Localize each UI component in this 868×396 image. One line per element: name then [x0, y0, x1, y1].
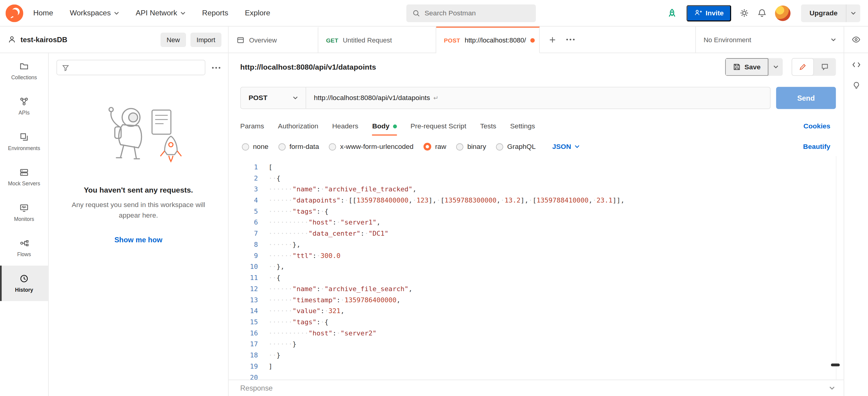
code-line[interactable]: 6··········"host":·"server1",: [228, 217, 844, 228]
nav-workspaces[interactable]: Workspaces: [70, 9, 119, 17]
code-line[interactable]: 1[: [228, 162, 844, 173]
code-line[interactable]: 11··{: [228, 272, 844, 283]
notifications-bell-icon[interactable]: [757, 8, 767, 18]
code-line[interactable]: 12······"name":·"archive_file_search",: [228, 283, 844, 294]
code-line[interactable]: 17······}: [228, 339, 844, 350]
language-select[interactable]: JSON: [552, 143, 580, 151]
code-line[interactable]: 3······"name":·"archive_file_tracked",: [228, 184, 844, 195]
method-select[interactable]: POST: [241, 88, 306, 108]
code-line[interactable]: 10··},: [228, 261, 844, 272]
lightbulb-icon[interactable]: [852, 81, 861, 90]
tab-params[interactable]: Params: [240, 115, 264, 137]
radio-icon: [329, 143, 336, 151]
history-filter-input[interactable]: [56, 60, 205, 75]
chevron-down-icon: [575, 145, 580, 148]
tab-headers[interactable]: Headers: [332, 115, 359, 137]
edit-pencil-button[interactable]: [792, 58, 814, 76]
history-more-icon[interactable]: [211, 65, 222, 70]
nav-home[interactable]: Home: [33, 9, 53, 17]
sidebar-item-apis[interactable]: APIs: [0, 89, 48, 124]
workspace-switcher[interactable]: test-kairosDB: [8, 36, 67, 44]
agent-status-icon[interactable]: [666, 7, 678, 19]
line-number: 9: [228, 250, 258, 261]
cookies-link[interactable]: Cookies: [804, 122, 830, 130]
code-snippet-icon[interactable]: [852, 61, 861, 69]
nav-home-label: Home: [33, 9, 53, 17]
tab-overview[interactable]: Overview: [228, 27, 318, 53]
code-line[interactable]: 13······"timestamp":·1359786400000,: [228, 294, 844, 306]
code-line[interactable]: 8······},: [228, 239, 844, 250]
tab-body[interactable]: Body: [372, 115, 397, 137]
body-type-binary[interactable]: binary: [456, 143, 486, 151]
code-line[interactable]: 2··{: [228, 173, 844, 184]
sidebar-item-history[interactable]: History: [0, 265, 48, 301]
editor-scrollbar-thumb[interactable]: [831, 363, 840, 366]
environment-quick-look-button[interactable]: [844, 27, 868, 53]
tab-post-request[interactable]: POST http://localhost:8080/: [436, 27, 540, 53]
code-line[interactable]: 5······"tags":·{: [228, 206, 844, 217]
code-line[interactable]: 20: [228, 372, 844, 380]
code-line[interactable]: 7··········"data_center":·"DC1": [228, 228, 844, 239]
code-editor[interactable]: 1[2··{3······"name":·"archive_file_track…: [228, 156, 844, 380]
settings-gear-icon[interactable]: [740, 8, 749, 18]
code-text: ······"name":·"archive_file_search",: [258, 283, 413, 294]
line-number: 14: [228, 306, 258, 317]
postman-logo-icon[interactable]: [5, 4, 23, 22]
code-line[interactable]: 9······"ttl":·300.0: [228, 250, 844, 261]
sidebar-item-monitors[interactable]: Monitors: [0, 195, 48, 230]
code-line[interactable]: 15······"tags":·{: [228, 317, 844, 328]
code-line[interactable]: 14······"value":·321,: [228, 306, 844, 317]
code-line[interactable]: 16··········"host":·"server2": [228, 328, 844, 339]
tab-untitled-request[interactable]: GET Untitled Request: [318, 27, 436, 53]
sidebar-item-collections[interactable]: Collections: [0, 53, 48, 89]
save-button[interactable]: Save: [725, 58, 769, 76]
tab-authorization[interactable]: Authorization: [278, 115, 318, 137]
code-line[interactable]: 19]: [228, 361, 844, 372]
beautify-link[interactable]: Beautify: [803, 143, 831, 151]
nav-api-network-label: API Network: [136, 9, 177, 17]
tab-settings[interactable]: Settings: [510, 115, 535, 137]
environment-selector[interactable]: No Environment: [695, 27, 844, 53]
invite-button[interactable]: Invite: [686, 5, 732, 22]
new-button[interactable]: New: [160, 32, 186, 47]
response-section-header: Response: [228, 380, 844, 396]
user-avatar[interactable]: [775, 5, 790, 21]
upgrade-caret-button[interactable]: [846, 4, 861, 22]
sidebar-item-mock-servers[interactable]: Mock Servers: [0, 159, 48, 195]
nav-explore[interactable]: Explore: [245, 9, 270, 17]
upgrade-button[interactable]: Upgrade: [801, 4, 860, 22]
body-type-raw[interactable]: raw: [424, 143, 446, 151]
body-type-none[interactable]: none: [242, 143, 268, 151]
tab-tests[interactable]: Tests: [480, 115, 496, 137]
code-text: ······"value":·321,: [258, 306, 345, 317]
code-line[interactable]: 18··}: [228, 350, 844, 361]
import-button[interactable]: Import: [190, 32, 222, 47]
chevron-down-icon: [293, 96, 298, 99]
code-text: ······},: [258, 239, 301, 250]
response-expand-button[interactable]: [829, 386, 835, 390]
new-tab-plus-icon[interactable]: [549, 36, 557, 43]
request-title: http://localhost:8080/api/v1/datapoints: [240, 63, 376, 71]
body-type-urlencoded[interactable]: x-www-form-urlencoded: [329, 143, 413, 151]
show-me-how-link[interactable]: Show me how: [114, 236, 162, 244]
tab-pre-request-script[interactable]: Pre-request Script: [411, 115, 466, 137]
nav-explore-label: Explore: [245, 9, 270, 17]
body-type-form-data[interactable]: form-data: [278, 143, 319, 151]
save-options-caret[interactable]: [769, 58, 783, 76]
tab-label: Untitled Request: [343, 36, 392, 44]
nav-reports[interactable]: Reports: [202, 9, 228, 17]
global-search-input[interactable]: Search Postman: [406, 4, 536, 22]
sidebar-item-environments[interactable]: Environments: [0, 124, 48, 159]
code-line[interactable]: 4······"datapoints":·[[1359788400000,·12…: [228, 195, 844, 206]
url-input[interactable]: http://localhost:8080/api/v1/datapoints …: [306, 88, 770, 108]
send-button[interactable]: Send: [776, 87, 836, 109]
unsaved-changes-dot: [530, 38, 535, 42]
nav-api-network[interactable]: API Network: [136, 9, 185, 17]
eye-icon: [851, 35, 861, 44]
body-type-graphql[interactable]: GraphQL: [496, 143, 536, 151]
editor-scrollbar-track: [836, 156, 837, 380]
comments-button[interactable]: [814, 58, 836, 76]
sidebar-item-flows[interactable]: Flows: [0, 230, 48, 266]
tab-label: Pre-request Script: [411, 122, 466, 130]
tab-options-more-icon[interactable]: [565, 36, 576, 42]
